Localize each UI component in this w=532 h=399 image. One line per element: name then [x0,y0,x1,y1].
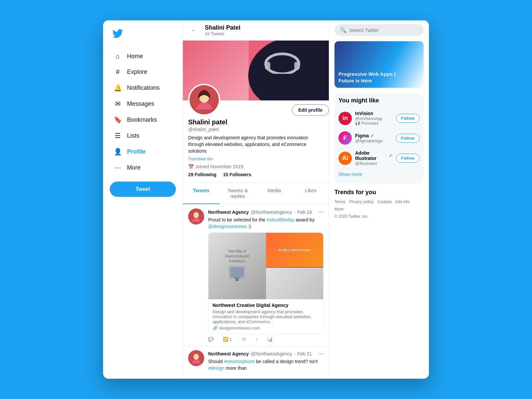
tweet-more-button[interactable]: ··· [319,208,324,215]
tweet-avatar-2 [188,350,204,366]
profile-header-name: Shalini Patel [205,24,240,31]
figma-name: Figma ✓ [355,133,393,138]
following-stat[interactable]: 29 Following [188,172,216,177]
tweet-button[interactable]: Tweet [110,182,176,197]
sidebar-item-profile[interactable]: 👤 Profile [110,144,176,159]
tweet-card-title: Northwest Creative Digital Agency [212,303,319,308]
svg-point-0 [266,54,299,74]
hashtag-siteoftheday[interactable]: #siteoftheday [267,217,294,222]
invision-info: InVision @InVisionApp 📢 Promoted [355,111,393,126]
edit-profile-button[interactable]: Edit profile [292,104,329,116]
profile-username: @shalini_patel [188,127,324,132]
tweet-handle: @NorthwestAgency [251,209,292,215]
hashtag-design[interactable]: #design [208,365,224,371]
svg-rect-9 [230,267,244,277]
tweet-author: Northwest Agency [208,209,249,215]
back-button[interactable]: ← [188,26,200,35]
tweet-item-2: Northwest Agency @NorthwestAgency · Feb … [183,346,329,378]
follow-invision-button[interactable]: Follow [396,114,420,123]
sidebar-nav: ⌂ Home # Explore 🔔 Notifications ✉ Messa… [110,49,176,175]
ads-info-link[interactable]: Ads info [395,200,410,204]
svg-rect-11 [235,278,239,281]
avatar-wrap [188,84,220,116]
follow-item-illustrator: Ai Adobe Illustrator ✓ @Illustrator Foll… [338,148,420,169]
follow-figma-button[interactable]: Follow [396,134,420,143]
sidebar-item-more[interactable]: ⋯ More [110,160,176,175]
profile-header-bar: ← Shalini Patel 16 Tweets [183,20,329,41]
tweet-dot: · [294,209,295,215]
tweet-body-2: Northwest Agency @NorthwestAgency · Feb … [208,350,324,374]
svg-rect-2 [294,62,300,70]
sidebar-item-home-label: Home [127,53,143,60]
tweet-card-left: New Way of Experiencing Art Exhibitions [208,233,266,299]
follow-illustrator-button[interactable]: Follow [396,154,420,163]
share-icon: ↑ [256,337,258,342]
sidebar-item-messages-label: Messages [127,100,154,107]
invision-promoted: 📢 Promoted [355,121,393,126]
tab-likes[interactable]: Likes [292,183,329,204]
tweet-card-food: Buidling Tailored Recipe [266,233,324,267]
home-icon: ⌂ [114,53,122,60]
follow-item-figma: F Figma ✓ @figmadesign Follow [338,129,420,148]
sidebar-item-home[interactable]: ⌂ Home [110,49,176,64]
sidebar-item-notifications-label: Notifications [127,84,160,91]
verified-icon-ai: ✓ [389,153,393,158]
mention-designnominees[interactable]: @designnominees [208,224,247,229]
you-might-like-section: You might like in InVision @InVisionApp … [334,93,424,184]
search-bar[interactable]: 🔍 [334,24,424,36]
tab-replies[interactable]: Tweets & replies [219,183,256,204]
tweet-card[interactable]: New Way of Experiencing Art Exhibitions [208,232,324,334]
tweet-avatar [188,208,204,224]
hashtag-neumorphism[interactable]: #neumorphism [224,359,255,364]
banner-headphones-icon [262,47,302,74]
illustrator-handle: @Illustrator [355,161,393,166]
sidebar-item-explore-label: Explore [127,68,147,75]
followers-stat[interactable]: 15 Followers [223,172,251,177]
sidebar-item-messages[interactable]: ✉ Messages [110,96,176,111]
sidebar-item-notifications[interactable]: 🔔 Notifications [110,80,176,95]
sidebar-item-bookmarks-label: Bookmarks [127,116,157,123]
messages-icon: ✉ [114,100,122,108]
more-link[interactable]: More [334,207,343,211]
illustrator-name: Adobe Illustrator ✓ [355,150,393,161]
like-action[interactable]: 🤍 [241,337,246,342]
tweet-item: Northwest Agency @NorthwestAgency · Feb … [183,204,329,346]
trends-title: Trends for you [334,189,424,196]
promo-card[interactable]: Progressive Web Apps (Future is Here [334,41,424,88]
stats-action[interactable]: 📊 [267,337,273,342]
sidebar-item-more-label: More [127,164,141,171]
svg-point-7 [194,212,199,218]
profile-stats: 29 Following 15 Followers [188,172,324,177]
terms-link[interactable]: Terms [334,200,345,204]
verified-icon: ✓ [370,133,374,138]
app-window: ⌂ Home # Explore 🔔 Notifications ✉ Messa… [103,20,429,378]
sidebar-item-bookmarks[interactable]: 🔖 Bookmarks [110,112,176,127]
profile-display-name: Shalini patel [188,118,324,126]
sidebar-item-explore[interactable]: # Explore [110,65,176,79]
twitter-logo-icon[interactable] [110,26,176,44]
share-action[interactable]: ↑ [256,337,258,342]
stats-icon: 📊 [267,337,273,342]
reply-action[interactable]: 💬 [208,337,213,342]
translate-bio-link[interactable]: Translate bio [188,156,324,161]
retweet-action[interactable]: 🔁 1 [223,337,232,342]
show-more-link[interactable]: Show more [338,169,420,180]
tab-media[interactable]: Media [256,183,293,204]
search-input[interactable] [349,28,418,33]
cookies-link[interactable]: Cookies [377,200,392,204]
profile-joined: 📅 Joined November 2019 [188,164,324,169]
tab-tweets[interactable]: Tweets [183,183,219,204]
profile-header-info: Shalini Patel 16 Tweets [205,24,240,36]
tweet-text: Proud to be selected for the #siteofthed… [208,217,324,230]
tweet-date: Feb 24 [297,209,312,215]
tweet-more-button-2[interactable]: ··· [319,350,324,357]
sidebar-item-lists[interactable]: ☰ Lists [110,128,176,143]
tweet-card-right: Buidling Tailored Recipe [266,233,324,299]
tweet-actions: 💬 🔁 1 🤍 ↑ 📊 [208,337,324,342]
svg-point-13 [194,354,199,360]
tweet-date-2: Feb 21 [297,351,312,356]
tweet-card-link: 🔗 designnominees.com [212,326,319,331]
figma-info: Figma ✓ @figmadesign [355,133,393,143]
avatar-image [190,84,219,116]
privacy-link[interactable]: Privacy policy [349,200,373,204]
